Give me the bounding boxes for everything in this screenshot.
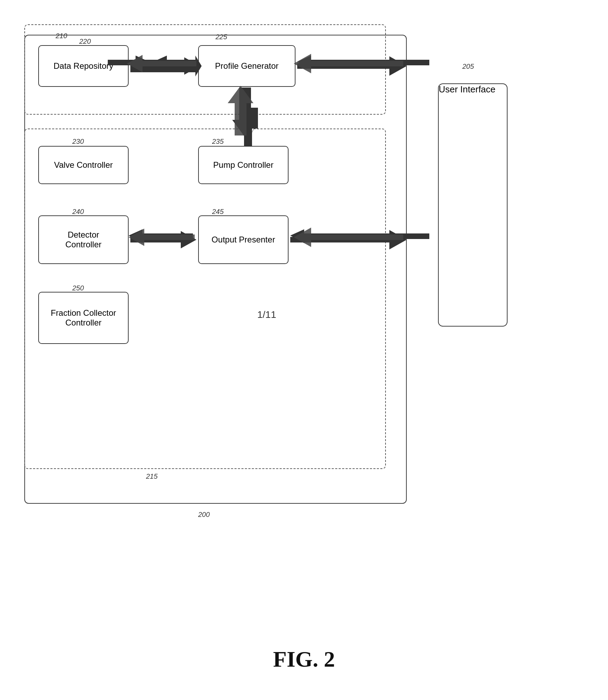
label-235: 235	[212, 138, 224, 146]
diagram-area: 200 210 215 Data Repository 220 Profile …	[14, 14, 594, 604]
label-240: 240	[72, 208, 84, 216]
valve-controller-box: Valve Controller	[38, 146, 129, 184]
label-215: 215	[146, 472, 157, 480]
output-presenter-label: Output Presenter	[212, 235, 275, 245]
data-repository-box: Data Repository	[38, 45, 129, 87]
profile-generator-label: Profile Generator	[215, 61, 279, 71]
page-label: 1/11	[257, 309, 276, 320]
figure-caption: FIG. 2	[273, 647, 335, 672]
detector-controller-box: Detector Controller	[38, 215, 129, 264]
valve-controller-label: Valve Controller	[54, 160, 113, 170]
pump-controller-label: Pump Controller	[213, 160, 273, 170]
fraction-collector-box: Fraction Collector Controller	[38, 292, 129, 344]
label-225: 225	[216, 33, 227, 41]
label-205: 205	[462, 63, 474, 71]
user-interface-box: User Interface	[438, 83, 508, 327]
label-210: 210	[56, 32, 67, 40]
label-245: 245	[212, 208, 224, 216]
data-repository-label: Data Repository	[54, 61, 113, 71]
user-interface-label: User Interface	[439, 84, 495, 94]
fraction-collector-label: Fraction Collector Controller	[51, 308, 116, 328]
profile-generator-box: Profile Generator	[198, 45, 295, 87]
pump-controller-box: Pump Controller	[198, 146, 289, 184]
label-220: 220	[79, 38, 91, 46]
output-presenter-box: Output Presenter	[198, 215, 289, 264]
detector-controller-label: Detector Controller	[65, 230, 102, 249]
label-250: 250	[72, 284, 84, 292]
label-200: 200	[198, 511, 210, 519]
label-230: 230	[72, 138, 84, 146]
